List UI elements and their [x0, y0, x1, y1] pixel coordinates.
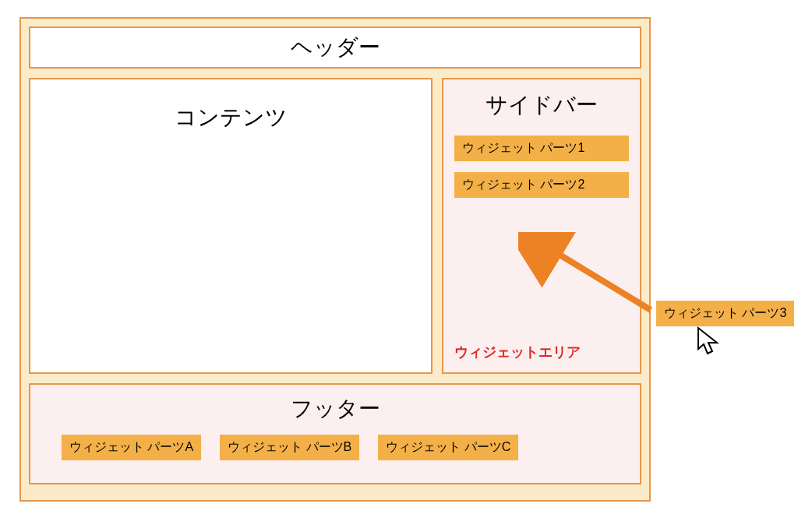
footer-widget-b[interactable]: ウィジェット パーツB — [220, 435, 359, 460]
cursor-icon — [696, 326, 722, 357]
dragging-widget[interactable]: ウィジェット パーツ3 — [656, 301, 794, 326]
widget-area-label: ウィジェットエリア — [454, 343, 581, 361]
sidebar-title: サイドバー — [454, 90, 629, 120]
footer-widgets-row: ウィジェット パーツA ウィジェット パーツB ウィジェット パーツC — [62, 435, 609, 460]
svg-marker-2 — [698, 328, 717, 354]
footer-widget-c[interactable]: ウィジェット パーツC — [378, 435, 518, 460]
sidebar-widget-1[interactable]: ウィジェット パーツ1 — [454, 136, 629, 161]
footer-widget-a[interactable]: ウィジェット パーツA — [62, 435, 201, 460]
header-region: ヘッダー — [29, 26, 641, 69]
middle-row: コンテンツ サイドバー ウィジェット パーツ1 ウィジェット パーツ2 ウィジェ… — [29, 78, 641, 374]
layout-container: ヘッダー コンテンツ サイドバー ウィジェット パーツ1 ウィジェット パーツ2… — [19, 17, 651, 502]
header-label: ヘッダー — [291, 33, 380, 62]
sidebar-region[interactable]: サイドバー ウィジェット パーツ1 ウィジェット パーツ2 ウィジェットエリア — [442, 78, 641, 374]
footer-region[interactable]: フッター ウィジェット パーツA ウィジェット パーツB ウィジェット パーツC — [29, 383, 641, 484]
sidebar-widget-2[interactable]: ウィジェット パーツ2 — [454, 172, 629, 198]
content-region: コンテンツ — [29, 78, 433, 374]
content-label: コンテンツ — [175, 105, 288, 129]
footer-title: フッター — [62, 394, 609, 424]
